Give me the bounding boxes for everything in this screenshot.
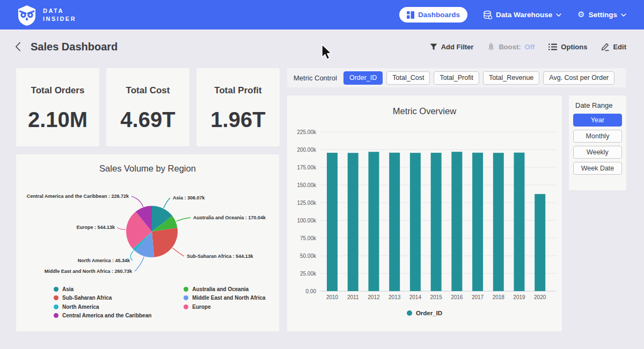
- legend-item-middle-east-and-north-africa[interactable]: Middle East and North Africa: [184, 294, 265, 303]
- rocket-icon: [487, 43, 495, 51]
- date-range-buttons: YearMonthlyWeeklyWeek Date: [569, 114, 626, 175]
- svg-text:175.00k: 175.00k: [297, 165, 317, 170]
- svg-text:0.00: 0.00: [306, 288, 317, 294]
- pie-chart-title: Sales Volume by Region: [16, 164, 279, 174]
- kpi-card-total-cost: Total Cost 4.69T: [106, 68, 189, 146]
- pie-callout-europe: Europe : 544.13k: [76, 225, 115, 230]
- legend-dot: [184, 287, 188, 292]
- legend-label: North America: [62, 304, 99, 310]
- svg-text:100.00k: 100.00k: [297, 218, 317, 224]
- svg-text:2016: 2016: [451, 294, 463, 300]
- dashboards-label: Dashboards: [418, 11, 460, 19]
- settings-menu[interactable]: ⚙ Settings: [577, 11, 626, 19]
- options-list-icon: [548, 43, 557, 50]
- kpi-label: Total Orders: [16, 85, 99, 96]
- settings-label: Settings: [589, 11, 617, 19]
- legend-item-australia-and-oceania[interactable]: Australia and Oceania: [184, 285, 265, 294]
- metric-chip-order-id[interactable]: Order_ID: [343, 71, 383, 85]
- svg-text:2011: 2011: [347, 294, 359, 300]
- svg-text:2019: 2019: [513, 294, 525, 300]
- date-range-weekly[interactable]: Weekly: [573, 146, 622, 159]
- svg-text:200.00k: 200.00k: [297, 147, 317, 153]
- svg-text:2018: 2018: [493, 294, 505, 300]
- date-range-monthly[interactable]: Monthly: [573, 130, 622, 143]
- svg-text:2012: 2012: [368, 294, 380, 300]
- svg-text:2015: 2015: [430, 294, 442, 300]
- metric-chip-row: Order_IDTotal_CostTotal_ProfitTotal_Reve…: [343, 71, 618, 85]
- legend-item-asia[interactable]: Asia: [54, 285, 151, 294]
- sales-volume-pie-chart[interactable]: Asia : 306.07kAustralia and Oceania : 17…: [16, 179, 279, 284]
- back-button[interactable]: [15, 42, 21, 51]
- legend-item-north-america[interactable]: North America: [54, 302, 151, 311]
- bar-chart-title: Metric Overview: [287, 106, 562, 116]
- pencil-icon: [601, 43, 609, 51]
- svg-text:25.00k: 25.00k: [300, 271, 317, 277]
- top-navbar: DATA INSIDER Dashboards Data Warehouse: [0, 0, 644, 29]
- metric-chip-total-revenue[interactable]: Total_Revenue: [483, 71, 539, 85]
- kpi-value: 4.69T: [106, 108, 189, 132]
- legend-label: Sub-Saharan Africa: [62, 295, 112, 301]
- metric-control-label: Metric Control: [294, 74, 337, 82]
- sales-volume-card: Sales Volume by Region Asia : 306.07kAus…: [16, 154, 279, 331]
- chevron-down-icon: [621, 13, 626, 17]
- pie-callout-sub-saharan-africa: Sub-Saharan Africa : 544.13k: [187, 254, 254, 259]
- pie-callout-middle-east-and-north-africa: Middle East and North Africa : 260.73k: [45, 269, 133, 274]
- boost-toggle[interactable]: Boost: Off: [487, 43, 535, 51]
- legend-item-sub-saharan-africa[interactable]: Sub-Saharan Africa: [54, 294, 151, 303]
- legend-item-order-id[interactable]: Order_ID: [407, 310, 442, 316]
- legend-label: Order_ID: [416, 310, 442, 316]
- pie-callout-north-america: North America : 45.34k: [78, 258, 130, 263]
- edit-button[interactable]: Edit: [601, 43, 626, 51]
- metric-overview-card: Metric Overview 0.0025.00k50.00k75.00k10…: [287, 95, 562, 331]
- legend-dot: [54, 305, 58, 309]
- pie-callout-asia: Asia : 306.07k: [173, 195, 206, 201]
- legend-label: Europe: [192, 304, 210, 310]
- gear-icon: ⚙: [577, 11, 584, 19]
- kpi-label: Total Cost: [106, 85, 189, 96]
- pie-callout-central-america-and-the-caribbean: Central America and the Caribbean : 226.…: [27, 194, 129, 199]
- svg-text:2017: 2017: [472, 294, 484, 300]
- svg-text:225.00k: 225.00k: [297, 129, 317, 135]
- svg-text:150.00k: 150.00k: [297, 182, 317, 188]
- dashboard-grid-icon: [407, 11, 414, 19]
- legend-dot: [54, 287, 58, 292]
- dashboards-button[interactable]: Dashboards: [399, 7, 467, 23]
- owl-logo-icon: [16, 4, 38, 26]
- legend-label: Central America and the Caribbean: [62, 313, 151, 318]
- data-warehouse-menu[interactable]: Data Warehouse: [484, 11, 561, 19]
- bar-chart-legend: Order_ID: [287, 310, 562, 316]
- svg-text:2020: 2020: [534, 294, 546, 300]
- add-filter-button[interactable]: Add Filter: [430, 43, 474, 51]
- pie-slice-sub-saharan-africa[interactable]: [152, 228, 178, 257]
- svg-text:2010: 2010: [326, 294, 339, 300]
- legend-dot: [54, 295, 58, 300]
- kpi-card-total-profit: Total Profit 1.96T: [196, 68, 280, 146]
- kpi-card-total-orders: Total Orders 2.10M: [16, 68, 99, 146]
- app-logo: DATA INSIDER: [16, 4, 76, 26]
- metric-chip-total-cost[interactable]: Total_Cost: [386, 71, 430, 85]
- options-button[interactable]: Options: [548, 43, 587, 51]
- legend-item-central-america-and-the-caribbean[interactable]: Central America and the Caribbean: [54, 311, 151, 321]
- metric-chip-avg-cost-per-order[interactable]: Avg. Cost per Order: [543, 71, 614, 85]
- database-icon: [484, 11, 492, 19]
- legend-item-europe[interactable]: Europe: [184, 302, 265, 311]
- metric-overview-bar-chart[interactable]: 0.0025.00k50.00k75.00k100.00k125.00k150.…: [287, 120, 562, 307]
- metric-chip-total-profit[interactable]: Total_Profit: [434, 71, 479, 85]
- date-range-week-date[interactable]: Week Date: [573, 162, 622, 175]
- data-warehouse-label: Data Warehouse: [496, 11, 552, 19]
- kpi-value: 2.10M: [16, 108, 99, 132]
- app-name: DATA INSIDER: [43, 7, 76, 23]
- options-label: Options: [561, 43, 587, 51]
- page-title: Sales Dashboard: [31, 41, 118, 53]
- dashboard-header: Sales Dashboard Add Filter Boost: Off: [0, 30, 644, 63]
- legend-dot: [54, 313, 58, 318]
- legend-dot: [407, 310, 412, 316]
- filter-funnel-icon: [430, 43, 437, 50]
- edit-label: Edit: [613, 43, 626, 51]
- date-range-year[interactable]: Year: [573, 114, 622, 127]
- boost-value: Off: [525, 43, 535, 51]
- sales-dashboard-page: { "colors": { "accent_blue": "#4169f1", …: [0, 0, 644, 349]
- boost-label: Boost:: [499, 43, 521, 51]
- chevron-left-icon: [15, 42, 21, 51]
- legend-label: Australia and Oceania: [192, 286, 248, 292]
